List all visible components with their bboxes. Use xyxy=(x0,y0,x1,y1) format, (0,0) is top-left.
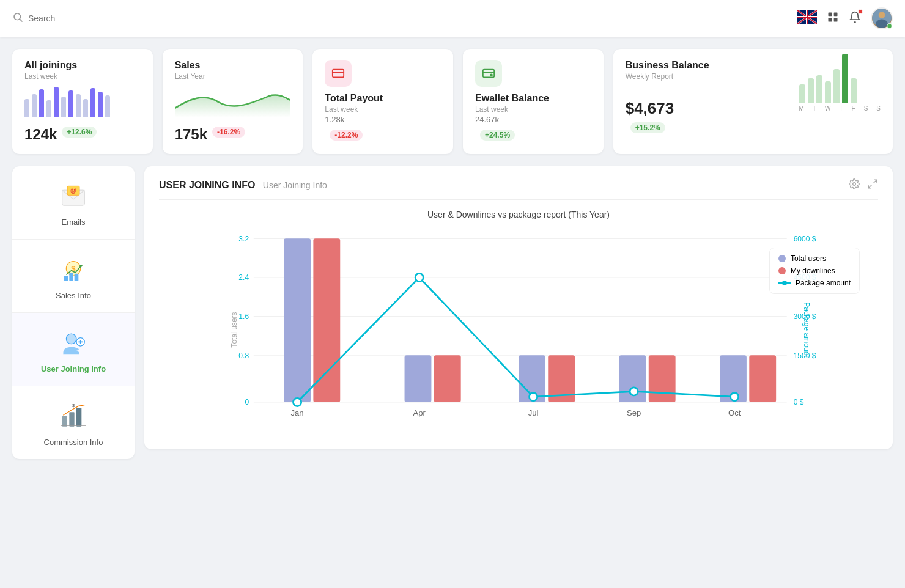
svg-text:1.6: 1.6 xyxy=(238,312,249,321)
sidebar-item-emails[interactable]: @ Emails xyxy=(12,166,135,240)
bar xyxy=(83,99,88,117)
bar xyxy=(98,92,103,117)
bar xyxy=(76,94,81,117)
svg-rect-30 xyxy=(69,273,73,281)
bell-icon[interactable] xyxy=(849,11,861,26)
all-joinings-subtitle: Last week xyxy=(24,72,141,81)
all-joinings-value: 124k xyxy=(24,126,57,143)
legend-package-amount: Package amount xyxy=(778,279,851,287)
svg-point-17 xyxy=(876,20,888,28)
chart-section-sub: User Joining Info xyxy=(263,180,327,190)
all-joinings-badge: +12.6% xyxy=(62,127,97,138)
svg-text:3.2: 3.2 xyxy=(238,235,249,243)
total-payout-title: Total Payout xyxy=(325,93,441,104)
chart-section-title: USER JOINING INFO xyxy=(159,180,255,190)
svg-rect-14 xyxy=(834,18,838,22)
all-joinings-chart xyxy=(24,87,141,117)
sales-bottom: 175k -16.2% xyxy=(175,121,291,143)
bar xyxy=(39,89,44,117)
stat-card-biz-balance: Business Balance Weekly Report $4,673 +1… xyxy=(613,49,893,154)
notification-badge xyxy=(858,9,863,14)
legend-total-users-label: Total users xyxy=(791,254,826,263)
legend-total-users: Total users xyxy=(778,254,851,263)
svg-line-1 xyxy=(20,19,22,21)
svg-rect-11 xyxy=(829,13,832,17)
total-payout-subtitle: Last week xyxy=(325,105,441,114)
language-flag[interactable] xyxy=(797,10,817,26)
bar xyxy=(90,88,95,117)
bar xyxy=(46,100,51,117)
commission-label: Commission Info xyxy=(44,438,103,447)
grid-icon[interactable] xyxy=(827,11,839,26)
avatar-online-dot xyxy=(887,23,892,29)
svg-line-45 xyxy=(868,185,871,188)
user-joining-label: User Joining Info xyxy=(41,364,106,373)
sales-subtitle: Last Year xyxy=(175,72,291,81)
svg-rect-12 xyxy=(834,13,838,17)
settings-icon[interactable] xyxy=(849,178,860,192)
svg-text:Package amount: Package amount xyxy=(802,302,811,358)
svg-rect-64 xyxy=(313,238,340,402)
expand-icon[interactable] xyxy=(867,178,878,192)
sales-title: Sales xyxy=(175,60,291,71)
svg-point-0 xyxy=(14,13,21,20)
chart-divider xyxy=(159,199,878,200)
svg-text:Sep: Sep xyxy=(627,408,641,417)
stat-card-all-joinings: All joinings Last week 124k +12.6% xyxy=(12,49,153,154)
sidebar-nav: @ Emails $ Sales Info xyxy=(12,166,135,459)
emails-label: Emails xyxy=(61,218,85,227)
emails-icon: @ xyxy=(58,181,89,211)
search-area xyxy=(12,12,797,26)
topbar-right xyxy=(797,7,893,29)
biz-balance-chart: M T W T F S S xyxy=(799,60,881,112)
chart-area: USER JOINING INFO User Joining Info xyxy=(144,166,893,449)
chart-visualization: 3.2 2.4 1.6 0.8 0 6000 $ 4500 $ 3000 $ 1… xyxy=(159,229,878,437)
bar xyxy=(54,87,59,117)
chart-legend: Total users My downlines Package amount xyxy=(769,248,860,294)
stat-card-ewallet: Ewallet Balance Last week 24.67k +24.5% xyxy=(463,49,604,154)
stat-card-total-payout: Total Payout Last week 1.28k -12.2% xyxy=(312,49,453,154)
sidebar-item-sales-info[interactable]: $ Sales Info xyxy=(12,240,135,313)
svg-text:Jan: Jan xyxy=(290,408,303,417)
legend-package-amount-label: Package amount xyxy=(796,279,851,287)
ewallet-title: Ewallet Balance xyxy=(475,93,591,104)
svg-point-77 xyxy=(731,393,739,401)
sales-info-label: Sales Info xyxy=(56,291,91,300)
svg-rect-29 xyxy=(64,276,68,281)
svg-text:2.4: 2.4 xyxy=(238,273,249,282)
flag-icon xyxy=(797,10,817,24)
stats-row: All joinings Last week 124k +12.6% xyxy=(12,49,893,154)
search-icon xyxy=(12,12,23,26)
svg-text:$: $ xyxy=(72,403,75,408)
bottom-row: @ Emails $ Sales Info xyxy=(12,166,893,459)
ewallet-badge: +24.5% xyxy=(480,130,515,141)
svg-rect-72 xyxy=(749,355,776,402)
svg-line-44 xyxy=(874,180,877,183)
commission-icon: $ xyxy=(58,401,89,432)
biz-balance-subtitle: Weekly Report xyxy=(626,72,709,81)
svg-point-73 xyxy=(293,398,301,406)
wallet-icon xyxy=(482,67,495,80)
biz-balance-badge: +15.2% xyxy=(630,122,665,133)
total-payout-badge: -12.2% xyxy=(330,130,363,141)
svg-point-74 xyxy=(415,273,423,281)
svg-rect-21 xyxy=(483,70,494,78)
credit-card-icon xyxy=(331,67,345,80)
svg-point-34 xyxy=(67,334,76,344)
sidebar-item-user-joining[interactable]: User Joining Info xyxy=(12,313,135,386)
sidebar-item-commission[interactable]: $ Commission Info xyxy=(12,386,135,459)
sales-value: 175k xyxy=(175,126,207,143)
svg-text:0.8: 0.8 xyxy=(238,351,249,360)
svg-text:Total users: Total users xyxy=(230,312,238,347)
avatar[interactable] xyxy=(871,7,893,29)
svg-point-18 xyxy=(879,12,885,18)
bar xyxy=(32,94,37,117)
svg-text:6000 $: 6000 $ xyxy=(794,235,816,243)
svg-rect-10 xyxy=(807,10,808,24)
chart-header: USER JOINING INFO User Joining Info xyxy=(159,178,878,192)
search-input[interactable] xyxy=(28,13,150,23)
svg-rect-13 xyxy=(829,18,832,22)
all-joinings-bottom: 124k +12.6% xyxy=(24,121,141,143)
ewallet-sub-value: 24.67k xyxy=(475,115,591,124)
user-joining-icon xyxy=(58,328,89,358)
